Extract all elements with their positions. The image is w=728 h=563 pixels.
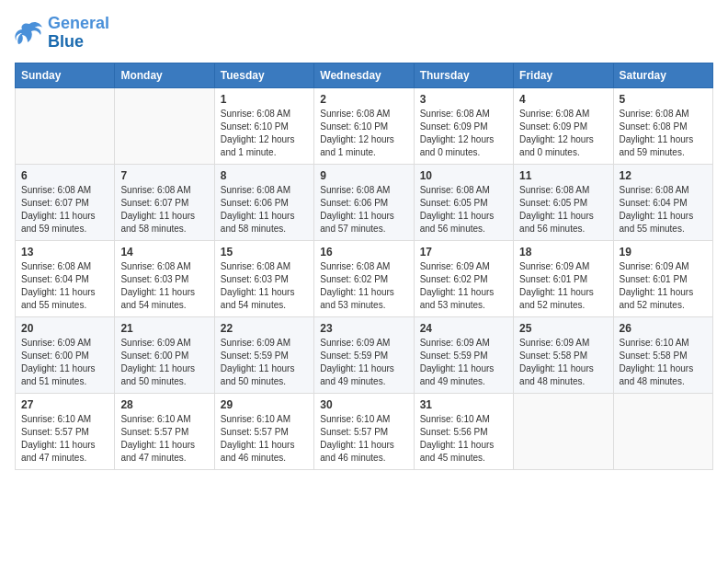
day-info: Sunrise: 6:09 AM Sunset: 5:59 PM Dayligh…	[420, 337, 507, 388]
day-info: Sunrise: 6:08 AM Sunset: 6:09 PM Dayligh…	[519, 108, 607, 159]
day-info: Sunrise: 6:08 AM Sunset: 6:04 PM Dayligh…	[21, 260, 108, 312]
day-number: 27	[21, 398, 108, 411]
day-number: 3	[420, 93, 507, 106]
calendar-cell: 7Sunrise: 6:08 AM Sunset: 6:07 PM Daylig…	[115, 164, 214, 240]
day-info: Sunrise: 6:08 AM Sunset: 6:05 PM Dayligh…	[519, 184, 607, 236]
day-number: 17	[420, 246, 507, 259]
calendar-cell: 21Sunrise: 6:09 AM Sunset: 6:00 PM Dayli…	[115, 316, 214, 393]
day-number: 22	[221, 322, 308, 335]
calendar-cell	[613, 393, 712, 469]
calendar-week-row: 1Sunrise: 6:08 AM Sunset: 6:10 PM Daylig…	[16, 87, 713, 164]
day-info: Sunrise: 6:08 AM Sunset: 6:05 PM Dayligh…	[420, 184, 507, 236]
calendar-cell	[514, 393, 613, 469]
day-number: 23	[320, 322, 407, 335]
day-number: 13	[21, 246, 108, 259]
day-number: 25	[519, 322, 607, 335]
day-number: 10	[420, 169, 507, 182]
day-number: 5	[620, 93, 707, 106]
day-number: 8	[221, 169, 308, 182]
day-number: 24	[420, 322, 507, 335]
day-number: 16	[320, 246, 407, 259]
calendar-cell: 27Sunrise: 6:10 AM Sunset: 5:57 PM Dayli…	[16, 393, 115, 469]
day-info: Sunrise: 6:09 AM Sunset: 6:00 PM Dayligh…	[21, 337, 108, 388]
logo-text: General Blue	[48, 15, 109, 52]
day-number: 18	[519, 246, 607, 259]
day-info: Sunrise: 6:09 AM Sunset: 5:59 PM Dayligh…	[320, 337, 407, 388]
day-info: Sunrise: 6:10 AM Sunset: 5:57 PM Dayligh…	[320, 413, 407, 465]
day-info: Sunrise: 6:09 AM Sunset: 6:00 PM Dayligh…	[120, 337, 208, 388]
calendar-cell: 9Sunrise: 6:08 AM Sunset: 6:06 PM Daylig…	[314, 164, 414, 240]
calendar-cell: 11Sunrise: 6:08 AM Sunset: 6:05 PM Dayli…	[514, 164, 613, 240]
calendar-table: SundayMondayTuesdayWednesdayThursdayFrid…	[15, 63, 713, 470]
calendar-cell: 16Sunrise: 6:08 AM Sunset: 6:02 PM Dayli…	[314, 240, 414, 316]
logo: General Blue	[15, 15, 109, 52]
calendar-cell: 29Sunrise: 6:10 AM Sunset: 5:57 PM Dayli…	[214, 393, 313, 469]
calendar-cell: 18Sunrise: 6:09 AM Sunset: 6:01 PM Dayli…	[514, 240, 613, 316]
calendar-cell: 12Sunrise: 6:08 AM Sunset: 6:04 PM Dayli…	[613, 164, 712, 240]
day-number: 19	[620, 246, 707, 259]
day-info: Sunrise: 6:09 AM Sunset: 5:59 PM Dayligh…	[221, 337, 308, 388]
weekday-header: Friday	[514, 63, 613, 87]
day-number: 12	[620, 169, 707, 182]
day-info: Sunrise: 6:10 AM Sunset: 5:57 PM Dayligh…	[221, 413, 308, 465]
weekday-header: Saturday	[613, 63, 712, 87]
day-info: Sunrise: 6:10 AM Sunset: 5:57 PM Dayligh…	[21, 413, 108, 465]
day-number: 20	[21, 322, 108, 335]
calendar-cell: 6Sunrise: 6:08 AM Sunset: 6:07 PM Daylig…	[16, 164, 115, 240]
day-info: Sunrise: 6:10 AM Sunset: 5:56 PM Dayligh…	[420, 413, 507, 465]
day-number: 21	[120, 322, 208, 335]
calendar-cell	[16, 87, 115, 164]
weekday-header: Wednesday	[314, 63, 414, 87]
day-info: Sunrise: 6:08 AM Sunset: 6:10 PM Dayligh…	[221, 108, 308, 159]
day-number: 29	[221, 398, 308, 411]
day-info: Sunrise: 6:08 AM Sunset: 6:03 PM Dayligh…	[221, 260, 308, 312]
day-number: 9	[320, 169, 407, 182]
day-number: 31	[420, 398, 507, 411]
calendar-cell: 15Sunrise: 6:08 AM Sunset: 6:03 PM Dayli…	[214, 240, 313, 316]
calendar-cell: 2Sunrise: 6:08 AM Sunset: 6:10 PM Daylig…	[314, 87, 414, 164]
calendar-cell: 22Sunrise: 6:09 AM Sunset: 5:59 PM Dayli…	[214, 316, 313, 393]
day-number: 30	[320, 398, 407, 411]
calendar-cell: 13Sunrise: 6:08 AM Sunset: 6:04 PM Dayli…	[16, 240, 115, 316]
calendar-cell: 8Sunrise: 6:08 AM Sunset: 6:06 PM Daylig…	[214, 164, 313, 240]
day-number: 28	[120, 398, 208, 411]
calendar-week-row: 20Sunrise: 6:09 AM Sunset: 6:00 PM Dayli…	[16, 316, 713, 393]
page-header: General Blue	[15, 15, 713, 52]
calendar-cell	[115, 87, 214, 164]
weekday-header: Sunday	[16, 63, 115, 87]
day-number: 14	[120, 246, 208, 259]
day-info: Sunrise: 6:08 AM Sunset: 6:06 PM Dayligh…	[320, 184, 407, 236]
calendar-cell: 14Sunrise: 6:08 AM Sunset: 6:03 PM Dayli…	[115, 240, 214, 316]
calendar-cell: 31Sunrise: 6:10 AM Sunset: 5:56 PM Dayli…	[414, 393, 513, 469]
day-info: Sunrise: 6:08 AM Sunset: 6:08 PM Dayligh…	[620, 108, 707, 159]
calendar-cell: 20Sunrise: 6:09 AM Sunset: 6:00 PM Dayli…	[16, 316, 115, 393]
calendar-cell: 23Sunrise: 6:09 AM Sunset: 5:59 PM Dayli…	[314, 316, 414, 393]
weekday-header: Tuesday	[214, 63, 313, 87]
day-info: Sunrise: 6:08 AM Sunset: 6:09 PM Dayligh…	[420, 108, 507, 159]
day-info: Sunrise: 6:08 AM Sunset: 6:07 PM Dayligh…	[21, 184, 108, 236]
day-info: Sunrise: 6:09 AM Sunset: 5:58 PM Dayligh…	[519, 337, 607, 388]
calendar-cell: 26Sunrise: 6:10 AM Sunset: 5:58 PM Dayli…	[613, 316, 712, 393]
calendar-cell: 4Sunrise: 6:08 AM Sunset: 6:09 PM Daylig…	[514, 87, 613, 164]
day-info: Sunrise: 6:08 AM Sunset: 6:07 PM Dayligh…	[120, 184, 208, 236]
calendar-cell: 17Sunrise: 6:09 AM Sunset: 6:02 PM Dayli…	[414, 240, 513, 316]
calendar-cell: 19Sunrise: 6:09 AM Sunset: 6:01 PM Dayli…	[613, 240, 712, 316]
calendar-cell: 5Sunrise: 6:08 AM Sunset: 6:08 PM Daylig…	[613, 87, 712, 164]
day-info: Sunrise: 6:08 AM Sunset: 6:06 PM Dayligh…	[221, 184, 308, 236]
day-info: Sunrise: 6:08 AM Sunset: 6:03 PM Dayligh…	[120, 260, 208, 312]
weekday-header: Monday	[115, 63, 214, 87]
calendar-cell: 25Sunrise: 6:09 AM Sunset: 5:58 PM Dayli…	[514, 316, 613, 393]
day-number: 26	[620, 322, 707, 335]
calendar-cell: 28Sunrise: 6:10 AM Sunset: 5:57 PM Dayli…	[115, 393, 214, 469]
calendar-cell: 3Sunrise: 6:08 AM Sunset: 6:09 PM Daylig…	[414, 87, 513, 164]
calendar-cell: 24Sunrise: 6:09 AM Sunset: 5:59 PM Dayli…	[414, 316, 513, 393]
calendar-cell: 1Sunrise: 6:08 AM Sunset: 6:10 PM Daylig…	[214, 87, 313, 164]
calendar-week-row: 13Sunrise: 6:08 AM Sunset: 6:04 PM Dayli…	[16, 240, 713, 316]
calendar-cell: 10Sunrise: 6:08 AM Sunset: 6:05 PM Dayli…	[414, 164, 513, 240]
day-info: Sunrise: 6:10 AM Sunset: 5:58 PM Dayligh…	[620, 337, 707, 388]
day-info: Sunrise: 6:08 AM Sunset: 6:10 PM Dayligh…	[320, 108, 407, 159]
calendar-header: SundayMondayTuesdayWednesdayThursdayFrid…	[16, 63, 713, 87]
day-info: Sunrise: 6:09 AM Sunset: 6:01 PM Dayligh…	[519, 260, 607, 312]
calendar-week-row: 6Sunrise: 6:08 AM Sunset: 6:07 PM Daylig…	[16, 164, 713, 240]
day-number: 7	[120, 169, 208, 182]
